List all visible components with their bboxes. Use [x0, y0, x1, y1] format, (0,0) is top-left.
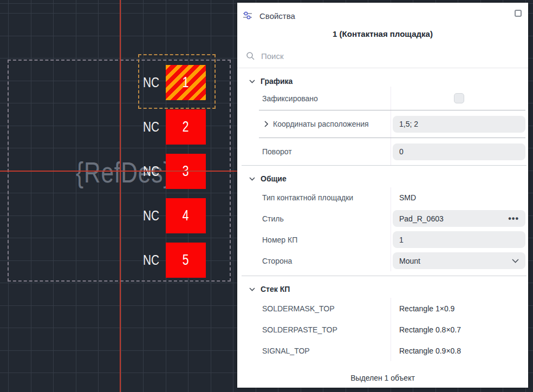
chevron-down-icon — [249, 80, 255, 83]
chevron-down-icon — [249, 177, 255, 181]
pad-2[interactable]: 2 — [166, 109, 206, 145]
row-signal-top: SIGNAL_TOP Rectangle 0.9×0.8 — [237, 340, 528, 361]
row-solderpaste-top: SOLDERPASTE_TOP Rectangle 0.8×0.7 — [237, 319, 528, 340]
panel-header: Свойства — [237, 3, 528, 25]
crosshair-horizontal — [0, 171, 237, 172]
chevron-down-icon — [512, 259, 519, 263]
pad-1[interactable]: 1 — [166, 65, 206, 100]
section-header-obshchie[interactable]: Общие — [237, 173, 528, 184]
pad-type-value: SMD — [393, 193, 416, 202]
sliders-icon — [242, 10, 253, 22]
more-options-icon[interactable]: ••• — [508, 217, 519, 221]
row-style-label: Стиль — [237, 208, 391, 229]
row-soldermask-label: SOLDERMASK_TOP — [237, 298, 391, 319]
properties-panel: Свойства 1 (Контактная площадка) Графика… — [237, 3, 528, 388]
row-rotation: Поворот 0 — [237, 138, 528, 165]
section-title: Стек КП — [261, 285, 290, 293]
section-title: Графика — [261, 77, 292, 86]
row-fixed: Зафиксировано — [237, 87, 528, 110]
pad-number-input[interactable]: 1 — [393, 231, 525, 248]
style-input[interactable]: Pad_R_0603 ••• — [393, 210, 525, 227]
pad-4[interactable]: 4 — [166, 198, 206, 233]
pad-1-net-label: NC — [141, 65, 160, 100]
pad-5-net-label: NC — [141, 243, 160, 278]
rotation-input[interactable]: 0 — [393, 143, 525, 160]
soldermask-value: Rectangle 1×0.9 — [393, 304, 454, 313]
section-header-grafika[interactable]: Графика — [237, 76, 528, 87]
selection-status: Выделен 1 объект — [237, 374, 528, 382]
row-coordinates: Координаты расположения 1,5; 2 — [237, 110, 528, 138]
row-pad-number-label: Номер КП — [237, 229, 391, 250]
search-icon — [246, 51, 255, 61]
row-fixed-label: Зафиксировано — [237, 87, 391, 110]
panel-title: Свойства — [259, 11, 295, 21]
pad-4-number: 4 — [183, 207, 189, 224]
section-header-stack[interactable]: Стек КП — [237, 284, 528, 295]
pad-1-number: 1 — [183, 74, 189, 91]
coordinates-input[interactable]: 1,5; 2 — [393, 116, 525, 133]
row-pad-type: Тип контактной площадки SMD — [237, 187, 528, 208]
chevron-down-icon — [249, 288, 255, 291]
search-input[interactable] — [261, 51, 519, 61]
row-coordinates-label[interactable]: Координаты расположения — [237, 110, 391, 138]
row-solderpaste-label: SOLDERPASTE_TOP — [237, 319, 391, 340]
pad-4-net-label: NC — [141, 198, 160, 233]
row-pad-number: Номер КП 1 — [237, 229, 528, 250]
section-title: Общие — [261, 174, 287, 183]
signal-value: Rectangle 0.9×0.8 — [393, 347, 461, 355]
pad-2-net-label: NC — [141, 109, 160, 145]
row-style: Стиль Pad_R_0603 ••• — [237, 208, 528, 229]
object-title: 1 (Контактная площадка) — [237, 29, 528, 40]
crosshair-vertical — [120, 0, 121, 392]
section-separator — [242, 276, 526, 276]
section-separator — [242, 165, 526, 166]
row-pad-type-label: Тип контактной площадки — [237, 187, 391, 208]
row-soldermask-top: SOLDERMASK_TOP Rectangle 1×0.9 — [237, 298, 528, 319]
row-side: Сторона Mount — [237, 250, 528, 271]
solderpaste-value: Rectangle 0.8×0.7 — [393, 325, 461, 334]
row-rotation-label: Поворот — [237, 138, 391, 165]
fixed-checkbox[interactable] — [454, 93, 464, 103]
pad-2-number: 2 — [183, 119, 189, 135]
pad-5-number: 5 — [183, 252, 189, 269]
chevron-right-icon — [264, 121, 268, 127]
float-window-icon[interactable] — [515, 10, 522, 17]
side-dropdown[interactable]: Mount — [393, 252, 525, 269]
search-row — [237, 44, 528, 68]
row-signal-label: SIGNAL_TOP — [237, 340, 391, 361]
row-side-label: Сторона — [237, 250, 391, 271]
pad-5[interactable]: 5 — [166, 243, 206, 278]
